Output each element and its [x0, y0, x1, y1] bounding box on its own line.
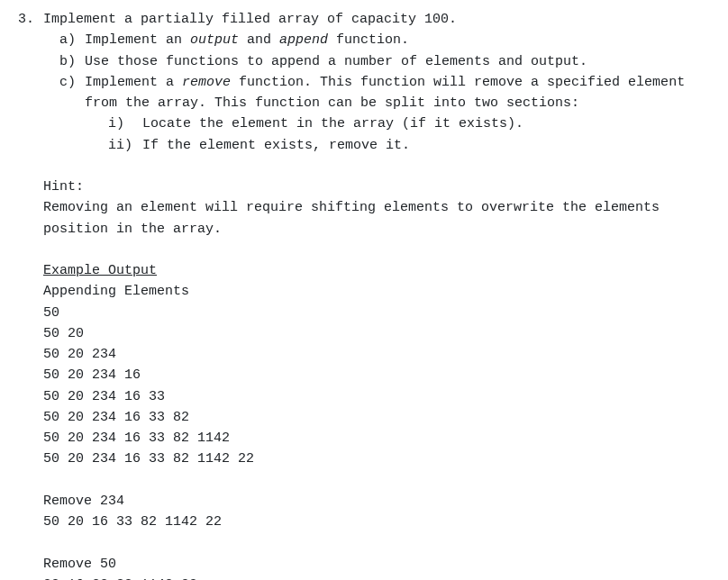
output-line: 50 20 234 16 33 82 1142	[43, 428, 710, 449]
example-heading: Example Output	[43, 260, 710, 281]
question-block: 3. Implement a partially filled array of…	[18, 9, 710, 580]
output-line: 50 20	[43, 323, 710, 344]
output-line: 50 20 234 16 33	[43, 386, 710, 407]
italic-term: append	[279, 32, 328, 48]
sub-label: a)	[59, 30, 85, 50]
output-line: 50 20 234 16 33 82	[43, 407, 710, 428]
subsub-item-i: i) Locate the element in the array (if i…	[108, 113, 710, 134]
question-number: 3.	[18, 9, 43, 580]
text: function.	[328, 32, 409, 48]
text: Implement a	[85, 75, 182, 90]
remove-1-title: Remove 234	[43, 491, 710, 512]
example-output-block: Example Output Appending Elements 50 50 …	[43, 260, 710, 580]
sub-label: c)	[59, 72, 85, 156]
subsub-text: Locate the element in the array (if it e…	[142, 113, 523, 134]
sub-item-c: c) Implement a remove function. This fun…	[59, 72, 710, 156]
output-line: 50 20 16 33 82 1142 22	[43, 512, 710, 532]
sub-list: a) Implement an output and append functi…	[43, 30, 710, 156]
subsub-list: i) Locate the element in the array (if i…	[85, 113, 710, 156]
hint-text: Removing an element will require shiftin…	[43, 197, 710, 240]
subsub-text: If the element exists, remove it.	[142, 135, 410, 156]
output-line: 50	[43, 303, 710, 323]
sub-item-a: a) Implement an output and append functi…	[59, 30, 710, 50]
subsub-item-ii: ii) If the element exists, remove it.	[108, 135, 710, 156]
subsub-label: ii)	[108, 135, 142, 156]
text: Implement an	[85, 32, 190, 48]
text: and	[239, 32, 279, 48]
output-line: 20 16 33 82 1142 22	[43, 575, 710, 580]
question-prompt: Implement a partially filled array of ca…	[43, 9, 710, 30]
sub-text: Implement an output and append function.	[85, 30, 710, 50]
sub-text: Implement a remove function. This functi…	[85, 72, 710, 156]
subsub-label: i)	[108, 113, 142, 134]
sub-label: b)	[59, 51, 85, 72]
remove-2-title: Remove 50	[43, 554, 710, 575]
output-line: 50 20 234 16	[43, 365, 710, 385]
sub-text: Use those functions to append a number o…	[85, 51, 710, 72]
output-line: 50 20 234 16 33 82 1142 22	[43, 449, 710, 469]
hint-heading: Hint:	[43, 177, 710, 197]
question-body: Implement a partially filled array of ca…	[43, 9, 710, 580]
hint-block: Hint: Removing an element will require s…	[43, 177, 710, 240]
italic-term: remove	[182, 75, 231, 90]
italic-term: output	[190, 32, 239, 48]
appending-title: Appending Elements	[43, 281, 710, 302]
output-line: 50 20 234	[43, 344, 710, 365]
sub-item-b: b) Use those functions to append a numbe…	[59, 51, 710, 72]
